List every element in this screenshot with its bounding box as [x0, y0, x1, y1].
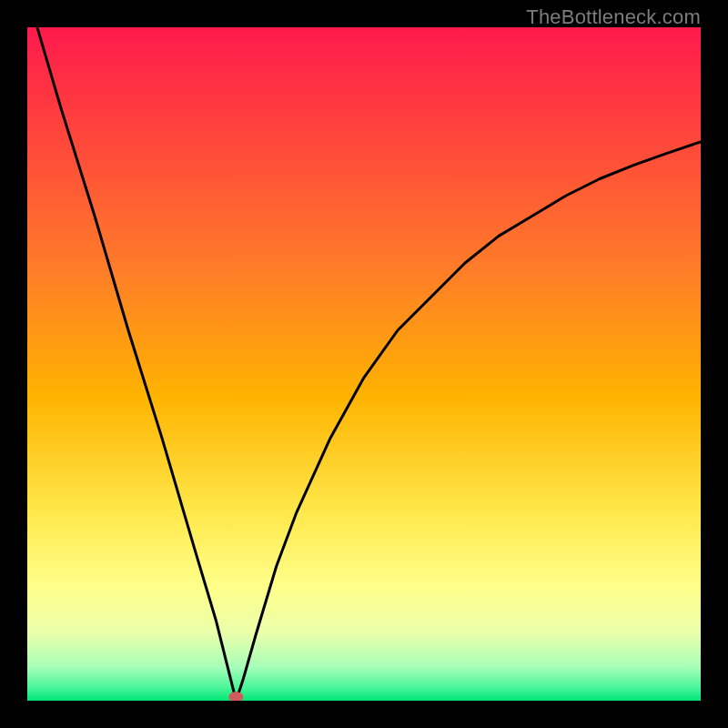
- watermark-text: TheBottleneck.com: [526, 5, 701, 29]
- chart-frame: TheBottleneck.com: [0, 0, 728, 728]
- plot-area: [27, 27, 701, 701]
- chart-svg: [27, 27, 701, 701]
- gradient-background: [27, 27, 701, 701]
